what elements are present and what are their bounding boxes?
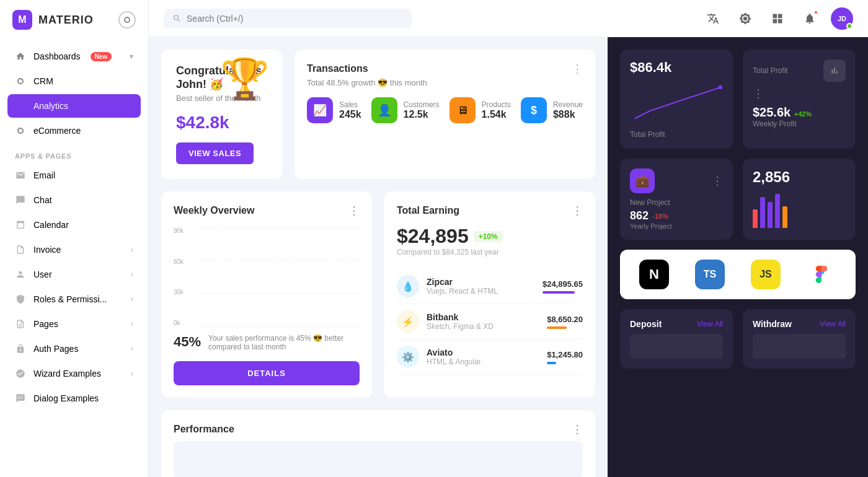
weekly-profit-sublabel: Weekly Profit [753, 120, 846, 128]
notification-badge [813, 10, 818, 15]
sidebar-item-dashboards[interactable]: Dashboards New ▾ [7, 45, 141, 68]
performance-title: Performance [174, 424, 234, 435]
translate-icon [707, 12, 719, 25]
sidebar-item-chat[interactable]: Chat [7, 188, 141, 212]
deposit-view-all[interactable]: View All [697, 320, 723, 328]
sidebar-item-pages[interactable]: Pages › [7, 312, 141, 336]
online-indicator [846, 23, 852, 29]
mini-bar-1 [753, 209, 758, 228]
transactions-title: Transactions [307, 63, 368, 74]
pages-label: Pages [33, 319, 58, 329]
weekly-menu[interactable]: ⋮ [348, 204, 360, 217]
aviato-name: Aviato [427, 348, 539, 357]
zipcar-info: Zipcar Vuejs, React & HTML [427, 277, 535, 295]
ecommerce-icon [15, 125, 26, 136]
sidebar-item-email[interactable]: Email [7, 164, 141, 187]
withdraw-view-all[interactable]: View All [820, 320, 846, 328]
user-avatar[interactable]: JD [831, 7, 853, 30]
products-icon: 🖥 [450, 97, 476, 123]
aviato-tech: HTML & Angular [427, 357, 539, 366]
sidebar-item-calendar[interactable]: Calendar [7, 213, 141, 237]
sidebar-item-dialog[interactable]: Dialog Examples [7, 387, 141, 410]
zipcar-amount-col: $24,895.65 [542, 279, 583, 294]
translate-button[interactable] [702, 7, 724, 30]
auth-arrow: › [131, 344, 133, 353]
invoice-label: Invoice [33, 245, 61, 255]
header-actions: JD [702, 7, 853, 30]
deposit-card: Deposit View All [620, 309, 733, 369]
mini-bars-container [753, 191, 846, 228]
theme-toggle[interactable] [734, 7, 756, 30]
user-icon [15, 269, 26, 280]
logo-text: MATERIO [38, 14, 94, 27]
content-right: $86.4k Total Profit Total Profit [608, 37, 868, 477]
auth-icon [15, 343, 26, 354]
view-sales-button[interactable]: VIEW SALES [176, 142, 254, 164]
search-bar[interactable] [164, 9, 412, 28]
company-bitbank: ⚡ Bitbank Sketch, Figma & XD $8,650.20 [397, 304, 583, 339]
customers-label: Customers [404, 100, 440, 109]
chat-icon [15, 195, 26, 206]
y-label-90k: 90k [174, 227, 184, 234]
user-label: User [33, 269, 52, 279]
bar-chart-icon [823, 59, 846, 82]
record-button[interactable] [118, 11, 136, 28]
sidebar-item-invoice[interactable]: Invoice › [7, 238, 141, 261]
record-dot [124, 17, 130, 23]
performance-menu[interactable]: ⋮ [572, 422, 583, 436]
deposit-content [630, 334, 723, 359]
sidebar-item-analytics[interactable]: Analytics [7, 94, 141, 118]
javascript-logo: JS [751, 260, 781, 289]
sidebar-item-auth[interactable]: Auth Pages › [7, 337, 141, 361]
weekly-description: Your sales performance is 45% 😎 better c… [208, 334, 360, 351]
stats-big-number: 2,856 [753, 168, 846, 186]
sidebar-item-roles[interactable]: Roles & Permissi... › [7, 287, 141, 311]
pages-arrow: › [131, 320, 133, 328]
weekly-profit-menu[interactable]: ⋮ [753, 87, 764, 100]
sidebar-item-user[interactable]: User › [7, 263, 141, 286]
project-sublabel: Yearly Project [630, 222, 723, 230]
weekly-profit-title: Total Profit [753, 66, 788, 75]
three-dots-container: ⋮ [753, 87, 846, 100]
transactions-stats: 📈 Sales 245k 👤 Customers 12.5k [307, 97, 583, 123]
transactions-subtitle: Total 48.5% growth 😎 this month [307, 78, 583, 87]
total-profit-label: Total Profit [630, 130, 723, 139]
bitbank-tech: Sketch, Figma & XD [427, 322, 539, 331]
revenue-icon: $ [521, 97, 547, 123]
zipcar-icon: 💧 [397, 275, 419, 297]
crm-label: CRM [33, 76, 53, 86]
weekly-footer: 45% Your sales performance is 45% 😎 bett… [174, 334, 360, 351]
user-arrow: › [131, 270, 133, 279]
transactions-menu[interactable]: ⋮ [572, 62, 583, 76]
calendar-label: Calendar [33, 220, 69, 230]
grid-button[interactable] [766, 7, 789, 30]
sidebar-logo: M MATERIO [0, 0, 148, 40]
typescript-logo: TS [695, 260, 725, 289]
customers-icon: 👤 [371, 97, 397, 123]
search-input[interactable] [187, 14, 403, 24]
project-menu[interactable]: ⋮ [712, 174, 723, 188]
app-logo-icon: M [12, 10, 32, 30]
main-area: JD Congratulations John! 🥳 Best seller o… [149, 0, 868, 477]
details-button[interactable]: DETAILS [174, 361, 360, 385]
bottom-row: Weekly Overview ⋮ 90k 60k 30k 0k [161, 191, 595, 398]
chart-grid [196, 227, 360, 326]
calendar-icon [15, 219, 26, 230]
y-label-30k: 30k [174, 289, 184, 295]
sidebar-item-wizard[interactable]: Wizard Examples › [7, 362, 141, 385]
y-label-0k: 0k [174, 320, 184, 326]
company-zipcar: 💧 Zipcar Vuejs, React & HTML $24,895.65 [397, 269, 583, 304]
aviato-bar [547, 362, 556, 364]
header: JD [149, 0, 868, 37]
email-icon [15, 170, 26, 181]
earning-title: Total Earning [397, 205, 459, 216]
deposit-title: Deposit [630, 319, 662, 329]
sidebar-item-ecommerce[interactable]: eCommerce [7, 119, 141, 142]
revenue-value: $88k [553, 109, 583, 120]
sidebar-item-crm[interactable]: CRM [7, 69, 141, 93]
dialog-icon [15, 393, 26, 404]
earning-menu[interactable]: ⋮ [572, 204, 583, 217]
notifications-button[interactable] [799, 7, 821, 30]
analytics-label: Analytics [33, 101, 68, 111]
content-area: Congratulations John! 🥳 Best seller of t… [149, 37, 868, 477]
